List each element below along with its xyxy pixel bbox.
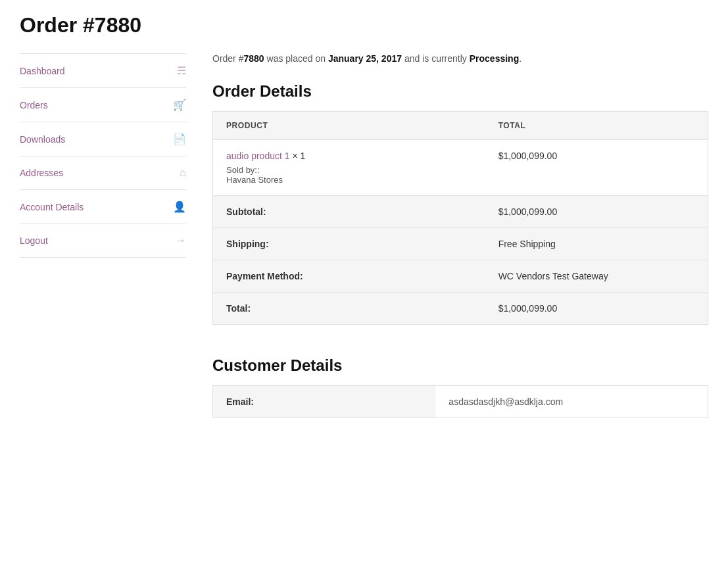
sidebar: Dashboard ☴ Orders 🛒 Downloads 📄 Address… <box>20 53 186 418</box>
product-price-cell: $1,000,099.00 <box>485 140 708 196</box>
summary-value: WC Vendors Test Gateway <box>485 260 708 293</box>
product-info: audio product 1 × 1 <box>226 151 472 161</box>
sold-by: Sold by:: Havana Stores <box>226 165 472 185</box>
table-row: audio product 1 × 1 Sold by:: Havana Sto… <box>213 140 708 196</box>
table-header-row: PRODUCT TOTAL <box>213 112 708 140</box>
summary-label: Subtotal: <box>213 196 485 228</box>
order-details-table: PRODUCT TOTAL audio product 1 × 1 <box>212 111 708 196</box>
notice-prefix: Order # <box>212 53 243 64</box>
summary-value: $1,000,099.00 <box>485 196 708 228</box>
customer-details-table: Email: asdasdasdjkh@asdklja.com <box>212 385 708 418</box>
orders-icon: 🛒 <box>173 99 186 111</box>
main-content: Order #7880 was placed on January 25, 20… <box>212 53 708 418</box>
sidebar-item-dashboard[interactable]: Dashboard ☴ <box>20 53 186 88</box>
addresses-icon: ⌂ <box>180 167 186 179</box>
dashboard-icon: ☴ <box>177 64 186 77</box>
summary-label: Shipping: <box>213 228 485 260</box>
sidebar-item-account-details[interactable]: Account Details 👤 <box>20 190 186 224</box>
store-name: Havana Stores <box>226 175 283 185</box>
sidebar-item-label: Account Details <box>20 202 84 212</box>
sidebar-item-downloads[interactable]: Downloads 📄 <box>20 122 186 156</box>
sold-by-label: Sold by:: <box>226 165 260 175</box>
summary-row: Subtotal: $1,000,099.00 <box>213 196 708 228</box>
order-notice: Order #7880 was placed on January 25, 20… <box>212 53 708 64</box>
notice-middle: was placed on <box>264 53 328 64</box>
notice-suffix: . <box>519 53 522 64</box>
order-details-title: Order Details <box>212 82 708 101</box>
page-title: Order #7880 <box>20 13 708 37</box>
sidebar-item-label: Downloads <box>20 134 65 145</box>
sidebar-item-logout[interactable]: Logout → <box>20 224 186 258</box>
sidebar-item-orders[interactable]: Orders 🛒 <box>20 88 186 122</box>
notice-status-prefix: and is currently <box>402 53 470 64</box>
sidebar-item-addresses[interactable]: Addresses ⌂ <box>20 156 186 190</box>
customer-value: asdasdasdjkh@asdklja.com <box>435 386 708 418</box>
column-header-total: TOTAL <box>485 112 708 140</box>
product-qty-value: × 1 <box>292 151 305 161</box>
order-summary-table: Subtotal: $1,000,099.00 Shipping: Free S… <box>212 196 708 325</box>
customer-details-title: Customer Details <box>212 356 708 375</box>
notice-order-number: 7880 <box>243 53 264 64</box>
logout-icon: → <box>176 235 186 247</box>
customer-label: Email: <box>213 386 436 418</box>
sidebar-item-label: Dashboard <box>20 66 65 76</box>
summary-label: Total: <box>213 293 485 325</box>
summary-value: $1,000,099.00 <box>485 293 708 325</box>
product-price: $1,000,099.00 <box>498 151 558 161</box>
summary-row: Payment Method: WC Vendors Test Gateway <box>213 260 708 293</box>
account-icon: 👤 <box>173 201 186 213</box>
summary-label: Payment Method: <box>213 260 485 293</box>
column-header-product: PRODUCT <box>213 112 485 140</box>
downloads-icon: 📄 <box>173 133 186 145</box>
notice-status: Processing <box>470 53 519 64</box>
summary-value: Free Shipping <box>485 228 708 260</box>
notice-date: January 25, 2017 <box>328 53 402 64</box>
summary-row: Total: $1,000,099.00 <box>213 293 708 325</box>
product-link[interactable]: audio product 1 <box>226 151 290 161</box>
customer-row: Email: asdasdasdjkh@asdklja.com <box>213 386 708 418</box>
product-cell: audio product 1 × 1 Sold by:: Havana Sto… <box>213 140 485 196</box>
summary-row: Shipping: Free Shipping <box>213 228 708 260</box>
sidebar-item-label: Orders <box>20 100 48 110</box>
sidebar-item-label: Addresses <box>20 168 63 178</box>
customer-details-section: Customer Details Email: asdasdasdjkh@asd… <box>212 356 708 418</box>
sidebar-item-label: Logout <box>20 235 48 246</box>
order-details-section: Order Details PRODUCT TOTAL audio produc <box>212 82 708 325</box>
